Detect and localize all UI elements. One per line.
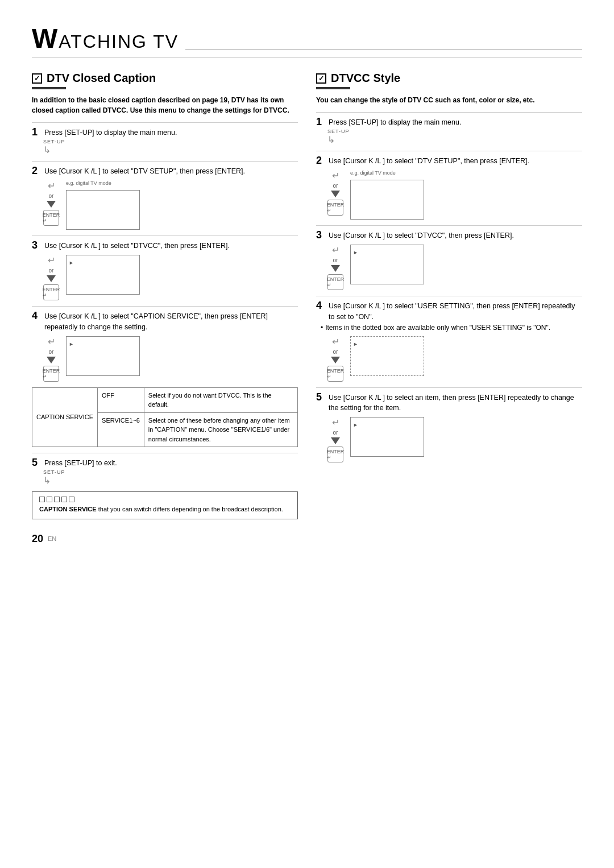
- arrow-down-icon-2: [47, 275, 56, 282]
- left-step-1: 1 Press [SET-UP] to display the main men…: [32, 127, 298, 155]
- right-enter-1: ENTER↵: [327, 200, 343, 216]
- curved-arrow-icon: ↳: [43, 145, 51, 155]
- caption-table: CAPTION SERVICE OFF Select if you do not…: [32, 387, 298, 448]
- left-underline: [32, 87, 66, 89]
- right-step-2: 2 Use [Cursor K /L ] to select "DTV SETU…: [316, 156, 582, 220]
- checkbox-icon-right: [316, 73, 326, 84]
- right-arrow-2: [331, 265, 340, 272]
- right-intro: You can change the style of DTV CC such …: [316, 95, 582, 105]
- left-intro: In addition to the basic closed caption …: [32, 95, 298, 115]
- right-underline: [316, 87, 350, 89]
- right-enter-3: ENTER↵: [327, 366, 343, 382]
- page-number: 20: [32, 533, 43, 545]
- page-title: WATCHING TV: [32, 23, 179, 54]
- right-enter-4: ENTER↵: [327, 447, 343, 462]
- right-arrow-1: [331, 191, 340, 197]
- screen-box: [66, 190, 140, 230]
- page-header: WATCHING TV: [32, 23, 582, 58]
- right-screen-dotted: ►: [350, 336, 424, 376]
- arrow-down-icon-3: [47, 357, 56, 363]
- table-row-label: CAPTION SERVICE: [32, 387, 98, 447]
- arrow-down-icon: [47, 201, 56, 208]
- table-service-key: SERVICE1~6: [98, 412, 144, 447]
- note-text: CAPTION SERVICE that you can switch diff…: [39, 505, 291, 514]
- enter-btn-3: ENTER↵: [43, 366, 59, 382]
- left-step-4: 4 Use [Cursor K /L ] to select "CAPTION …: [32, 311, 298, 382]
- left-column: DTV Closed Caption In addition to the ba…: [32, 72, 298, 519]
- note-box: CAPTION SERVICE that you can switch diff…: [32, 491, 298, 519]
- right-step-3: 3 Use [Cursor K /L ] to select "DTVCC", …: [316, 230, 582, 290]
- right-step-1: 1 Press [SET-UP] to display the main men…: [316, 117, 582, 145]
- remote-illustration-2: ↵ or ENTER↵: [43, 255, 59, 300]
- checkbox-icon-left: [32, 73, 42, 84]
- left-step-2: 2 Use [Cursor K /L ] to select "DTV SETU…: [32, 166, 298, 230]
- remote-illustration-3: ↵ or ENTER↵: [43, 336, 59, 382]
- right-section-heading: DTVCC Style: [316, 72, 582, 85]
- screen-box-2: ►: [66, 255, 140, 295]
- right-step-4-bullet: Items in the dotted box are available on…: [321, 323, 582, 333]
- screen-box-3: ►: [66, 336, 140, 376]
- header-line: [185, 49, 582, 49]
- right-screen-3: ►: [350, 417, 424, 457]
- right-arrow-3: [331, 357, 340, 363]
- right-column: DTVCC Style You can change the style of …: [316, 72, 582, 519]
- left-step-3: 3 Use [Cursor K /L ] to select "DTVCC", …: [32, 241, 298, 300]
- right-step-4: 4 Use [Cursor K /L ] to select "USER SET…: [316, 301, 582, 382]
- enter-btn: ENTER↵: [43, 210, 59, 226]
- note-squares: [39, 497, 291, 502]
- right-remote-1: ↵ or ENTER↵: [327, 170, 343, 216]
- left-section-heading: DTV Closed Caption: [32, 72, 298, 85]
- enter-btn-2: ENTER↵: [43, 284, 59, 300]
- table-off-key: OFF: [98, 387, 144, 412]
- right-remote-2: ↵ or ENTER↵: [327, 245, 343, 290]
- main-content: DTV Closed Caption In addition to the ba…: [32, 72, 582, 519]
- table-off-value: Select if you do not want DTVCC. This is…: [144, 387, 297, 412]
- table-service-value: Select one of these before changing any …: [144, 412, 297, 447]
- right-step-5: 5 Use [Cursor K /L ] to select an item, …: [316, 392, 582, 463]
- page-lang: EN: [48, 535, 56, 542]
- right-enter-2: ENTER↵: [327, 274, 343, 290]
- page-footer: 20 EN: [32, 533, 582, 545]
- right-remote-3: ↵ or ENTER↵: [327, 336, 343, 382]
- remote-illustration: ↵ or ENTER↵: [43, 180, 59, 226]
- right-arrow-4: [331, 437, 340, 444]
- left-step-5: 5 Press [SET-UP] to exit. SET-UP ↳: [32, 458, 298, 486]
- right-remote-4: ↵ or ENTER↵: [327, 417, 343, 462]
- right-screen-1: [350, 180, 424, 220]
- right-screen-2: ►: [350, 245, 424, 284]
